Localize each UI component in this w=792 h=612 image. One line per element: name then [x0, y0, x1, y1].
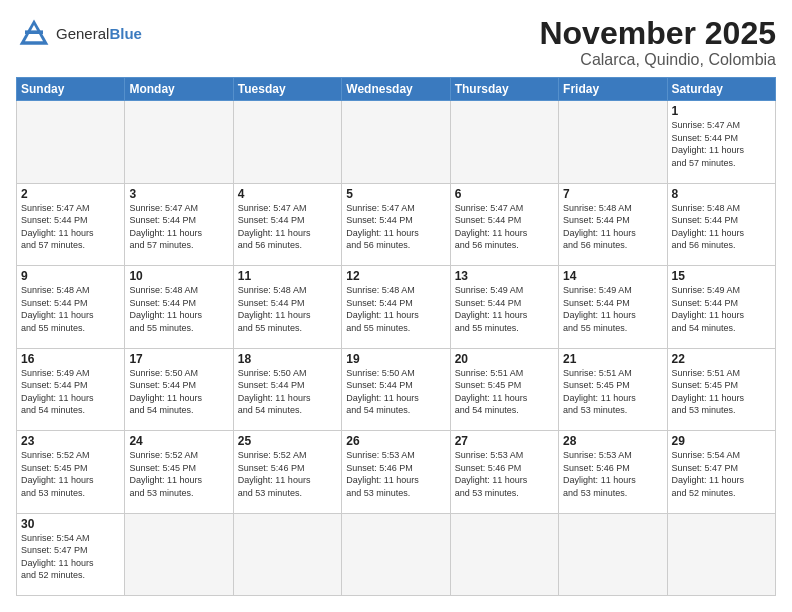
calendar-week-0: 1Sunrise: 5:47 AM Sunset: 5:44 PM Daylig… — [17, 101, 776, 183]
day-number: 13 — [455, 269, 554, 283]
day-info: Sunrise: 5:49 AM Sunset: 5:44 PM Dayligh… — [455, 284, 554, 334]
calendar-cell: 9Sunrise: 5:48 AM Sunset: 5:44 PM Daylig… — [17, 266, 125, 348]
calendar-header-monday: Monday — [125, 78, 233, 101]
calendar-header-tuesday: Tuesday — [233, 78, 341, 101]
logo: GeneralBlue — [16, 16, 142, 52]
day-number: 22 — [672, 352, 771, 366]
day-number: 6 — [455, 187, 554, 201]
day-info: Sunrise: 5:52 AM Sunset: 5:45 PM Dayligh… — [21, 449, 120, 499]
day-info: Sunrise: 5:47 AM Sunset: 5:44 PM Dayligh… — [346, 202, 445, 252]
calendar-cell: 11Sunrise: 5:48 AM Sunset: 5:44 PM Dayli… — [233, 266, 341, 348]
day-info: Sunrise: 5:52 AM Sunset: 5:46 PM Dayligh… — [238, 449, 337, 499]
calendar-cell: 13Sunrise: 5:49 AM Sunset: 5:44 PM Dayli… — [450, 266, 558, 348]
day-number: 29 — [672, 434, 771, 448]
day-info: Sunrise: 5:47 AM Sunset: 5:44 PM Dayligh… — [129, 202, 228, 252]
day-number: 18 — [238, 352, 337, 366]
title-block: November 2025 Calarca, Quindio, Colombia — [539, 16, 776, 69]
calendar-header-sunday: Sunday — [17, 78, 125, 101]
calendar-cell — [342, 513, 450, 595]
calendar-cell: 19Sunrise: 5:50 AM Sunset: 5:44 PM Dayli… — [342, 348, 450, 430]
main-title: November 2025 — [539, 16, 776, 51]
calendar-cell: 27Sunrise: 5:53 AM Sunset: 5:46 PM Dayli… — [450, 431, 558, 513]
logo-icon — [16, 16, 52, 52]
day-info: Sunrise: 5:47 AM Sunset: 5:44 PM Dayligh… — [21, 202, 120, 252]
page: GeneralBlue November 2025 Calarca, Quind… — [0, 0, 792, 612]
calendar-cell: 20Sunrise: 5:51 AM Sunset: 5:45 PM Dayli… — [450, 348, 558, 430]
calendar-cell: 25Sunrise: 5:52 AM Sunset: 5:46 PM Dayli… — [233, 431, 341, 513]
calendar-cell: 17Sunrise: 5:50 AM Sunset: 5:44 PM Dayli… — [125, 348, 233, 430]
calendar-cell: 8Sunrise: 5:48 AM Sunset: 5:44 PM Daylig… — [667, 183, 775, 265]
calendar-week-2: 9Sunrise: 5:48 AM Sunset: 5:44 PM Daylig… — [17, 266, 776, 348]
subtitle: Calarca, Quindio, Colombia — [539, 51, 776, 69]
calendar-cell — [667, 513, 775, 595]
day-number: 1 — [672, 104, 771, 118]
day-info: Sunrise: 5:48 AM Sunset: 5:44 PM Dayligh… — [346, 284, 445, 334]
day-info: Sunrise: 5:49 AM Sunset: 5:44 PM Dayligh… — [21, 367, 120, 417]
day-info: Sunrise: 5:51 AM Sunset: 5:45 PM Dayligh… — [563, 367, 662, 417]
calendar-cell: 14Sunrise: 5:49 AM Sunset: 5:44 PM Dayli… — [559, 266, 667, 348]
calendar-cell: 5Sunrise: 5:47 AM Sunset: 5:44 PM Daylig… — [342, 183, 450, 265]
day-number: 30 — [21, 517, 120, 531]
day-info: Sunrise: 5:48 AM Sunset: 5:44 PM Dayligh… — [21, 284, 120, 334]
day-info: Sunrise: 5:49 AM Sunset: 5:44 PM Dayligh… — [563, 284, 662, 334]
calendar-cell — [342, 101, 450, 183]
calendar-cell — [125, 513, 233, 595]
day-number: 15 — [672, 269, 771, 283]
calendar-header-saturday: Saturday — [667, 78, 775, 101]
calendar-week-4: 23Sunrise: 5:52 AM Sunset: 5:45 PM Dayli… — [17, 431, 776, 513]
calendar-table: SundayMondayTuesdayWednesdayThursdayFrid… — [16, 77, 776, 596]
day-info: Sunrise: 5:52 AM Sunset: 5:45 PM Dayligh… — [129, 449, 228, 499]
calendar-cell — [559, 101, 667, 183]
day-number: 24 — [129, 434, 228, 448]
day-info: Sunrise: 5:53 AM Sunset: 5:46 PM Dayligh… — [455, 449, 554, 499]
day-number: 25 — [238, 434, 337, 448]
day-number: 26 — [346, 434, 445, 448]
logo-text: GeneralBlue — [56, 25, 142, 43]
day-info: Sunrise: 5:47 AM Sunset: 5:44 PM Dayligh… — [238, 202, 337, 252]
day-number: 17 — [129, 352, 228, 366]
calendar-cell: 28Sunrise: 5:53 AM Sunset: 5:46 PM Dayli… — [559, 431, 667, 513]
day-number: 8 — [672, 187, 771, 201]
day-info: Sunrise: 5:48 AM Sunset: 5:44 PM Dayligh… — [238, 284, 337, 334]
calendar-cell: 23Sunrise: 5:52 AM Sunset: 5:45 PM Dayli… — [17, 431, 125, 513]
day-number: 5 — [346, 187, 445, 201]
day-info: Sunrise: 5:48 AM Sunset: 5:44 PM Dayligh… — [563, 202, 662, 252]
calendar-cell: 18Sunrise: 5:50 AM Sunset: 5:44 PM Dayli… — [233, 348, 341, 430]
day-number: 16 — [21, 352, 120, 366]
day-info: Sunrise: 5:50 AM Sunset: 5:44 PM Dayligh… — [238, 367, 337, 417]
svg-rect-2 — [25, 30, 43, 34]
day-number: 20 — [455, 352, 554, 366]
day-info: Sunrise: 5:53 AM Sunset: 5:46 PM Dayligh… — [346, 449, 445, 499]
calendar-cell — [559, 513, 667, 595]
calendar-cell: 22Sunrise: 5:51 AM Sunset: 5:45 PM Dayli… — [667, 348, 775, 430]
calendar-cell: 21Sunrise: 5:51 AM Sunset: 5:45 PM Dayli… — [559, 348, 667, 430]
calendar-header-row: SundayMondayTuesdayWednesdayThursdayFrid… — [17, 78, 776, 101]
day-number: 2 — [21, 187, 120, 201]
calendar-week-5: 30Sunrise: 5:54 AM Sunset: 5:47 PM Dayli… — [17, 513, 776, 595]
day-info: Sunrise: 5:51 AM Sunset: 5:45 PM Dayligh… — [455, 367, 554, 417]
calendar-cell — [125, 101, 233, 183]
calendar-cell: 6Sunrise: 5:47 AM Sunset: 5:44 PM Daylig… — [450, 183, 558, 265]
calendar-week-3: 16Sunrise: 5:49 AM Sunset: 5:44 PM Dayli… — [17, 348, 776, 430]
day-info: Sunrise: 5:53 AM Sunset: 5:46 PM Dayligh… — [563, 449, 662, 499]
day-info: Sunrise: 5:49 AM Sunset: 5:44 PM Dayligh… — [672, 284, 771, 334]
day-number: 28 — [563, 434, 662, 448]
calendar-header-friday: Friday — [559, 78, 667, 101]
day-number: 12 — [346, 269, 445, 283]
calendar-header-thursday: Thursday — [450, 78, 558, 101]
calendar-cell: 10Sunrise: 5:48 AM Sunset: 5:44 PM Dayli… — [125, 266, 233, 348]
day-number: 7 — [563, 187, 662, 201]
calendar-cell: 1Sunrise: 5:47 AM Sunset: 5:44 PM Daylig… — [667, 101, 775, 183]
day-info: Sunrise: 5:54 AM Sunset: 5:47 PM Dayligh… — [21, 532, 120, 582]
header: GeneralBlue November 2025 Calarca, Quind… — [16, 16, 776, 69]
day-info: Sunrise: 5:47 AM Sunset: 5:44 PM Dayligh… — [455, 202, 554, 252]
calendar-cell: 7Sunrise: 5:48 AM Sunset: 5:44 PM Daylig… — [559, 183, 667, 265]
logo-line2: Blue — [109, 25, 142, 42]
calendar-header-wednesday: Wednesday — [342, 78, 450, 101]
calendar-cell: 12Sunrise: 5:48 AM Sunset: 5:44 PM Dayli… — [342, 266, 450, 348]
day-info: Sunrise: 5:48 AM Sunset: 5:44 PM Dayligh… — [672, 202, 771, 252]
calendar-cell: 4Sunrise: 5:47 AM Sunset: 5:44 PM Daylig… — [233, 183, 341, 265]
calendar-cell: 15Sunrise: 5:49 AM Sunset: 5:44 PM Dayli… — [667, 266, 775, 348]
calendar-cell: 29Sunrise: 5:54 AM Sunset: 5:47 PM Dayli… — [667, 431, 775, 513]
day-number: 27 — [455, 434, 554, 448]
